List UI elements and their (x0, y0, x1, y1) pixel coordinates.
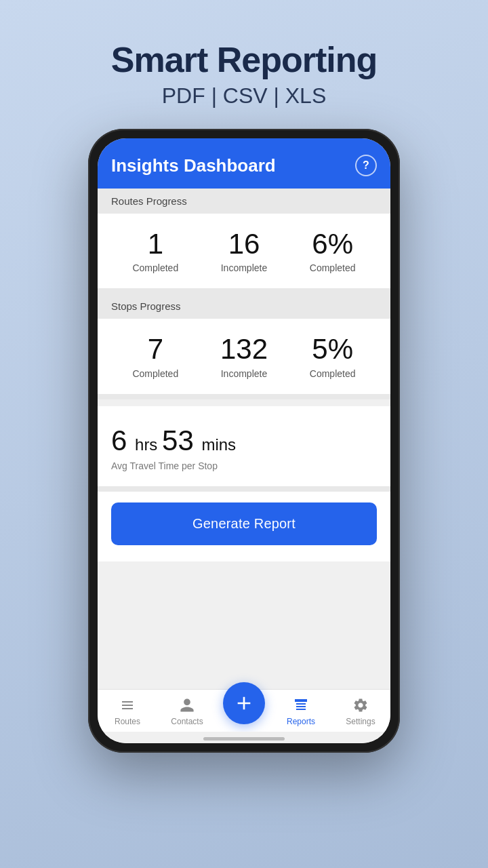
nav-label-reports: Reports (287, 717, 315, 726)
page-title: Smart Reporting (111, 41, 377, 79)
travel-time-card: 6 hrs 53 mins Avg Travel Time per Stop (98, 406, 390, 486)
travel-time-value: 6 hrs 53 mins (111, 425, 377, 456)
bottom-nav: Routes Contacts (98, 689, 390, 732)
stops-progress-header: Stops Progress (98, 294, 390, 319)
app-header: Insights Dashboard ? (98, 138, 390, 189)
travel-hours-unit: hrs (135, 435, 162, 454)
travel-time-label: Avg Travel Time per Stop (111, 460, 377, 471)
nav-item-settings[interactable]: Settings (337, 696, 384, 726)
stops-incomplete-label: Incomplete (221, 368, 267, 379)
routes-incomplete-value: 16 (228, 229, 260, 260)
routes-incomplete-label: Incomplete (221, 262, 267, 273)
nav-item-routes[interactable]: Routes (104, 696, 151, 726)
stops-stats-card: 7 Completed 132 Incomplete 5% Completed (98, 319, 390, 393)
routes-progress-header: Routes Progress (98, 189, 390, 214)
stops-incomplete-stat: 132 Incomplete (217, 334, 271, 378)
travel-hours: 6 (111, 425, 135, 456)
routes-percent-label: Completed (310, 262, 356, 273)
stops-percent-stat: 5% Completed (306, 334, 360, 378)
nav-label-routes: Routes (115, 717, 140, 726)
travel-mins-unit: mins (201, 435, 236, 454)
page-header: Smart Reporting PDF | CSV | XLS (111, 41, 377, 108)
stops-completed-stat: 7 Completed (128, 334, 182, 378)
stops-completed-label: Completed (132, 368, 178, 379)
routes-percent-stat: 6% Completed (306, 229, 360, 273)
travel-mins: 53 (162, 425, 201, 456)
home-bar (203, 737, 285, 741)
phone-frame: Insights Dashboard ? Routes Progress 1 C… (88, 129, 400, 753)
home-indicator (98, 732, 390, 743)
stops-completed-value: 7 (148, 334, 163, 365)
routes-completed-label: Completed (132, 262, 178, 273)
section-divider-1 (98, 288, 390, 294)
help-icon[interactable]: ? (355, 155, 377, 176)
section-divider-3 (98, 486, 390, 492)
nav-label-contacts: Contacts (171, 717, 203, 726)
page-subtitle: PDF | CSV | XLS (111, 83, 377, 108)
contacts-icon (178, 696, 196, 714)
routes-completed-value: 1 (148, 229, 163, 260)
nav-label-settings: Settings (346, 717, 375, 726)
routes-percent-value: 6% (312, 229, 353, 260)
routes-icon (119, 696, 136, 714)
settings-icon (352, 696, 369, 714)
generate-report-button[interactable]: Generate Report (111, 502, 377, 545)
routes-stats-card: 1 Completed 16 Incomplete 6% Completed (98, 214, 390, 288)
app-header-title: Insights Dashboard (111, 155, 276, 176)
nav-item-reports[interactable]: Reports (277, 696, 325, 726)
section-divider-2 (98, 394, 390, 399)
fab-add-button[interactable] (223, 682, 265, 724)
stops-percent-label: Completed (310, 368, 356, 379)
stops-incomplete-value: 132 (220, 334, 268, 365)
stops-percent-value: 5% (312, 334, 353, 365)
content-area: Routes Progress 1 Completed 16 Incomplet… (98, 189, 390, 689)
routes-incomplete-stat: 16 Incomplete (217, 229, 271, 273)
report-btn-container: Generate Report (98, 492, 390, 561)
routes-completed-stat: 1 Completed (128, 229, 182, 273)
phone-screen: Insights Dashboard ? Routes Progress 1 C… (98, 138, 390, 743)
nav-item-contacts[interactable]: Contacts (163, 696, 211, 726)
reports-icon (292, 696, 310, 714)
